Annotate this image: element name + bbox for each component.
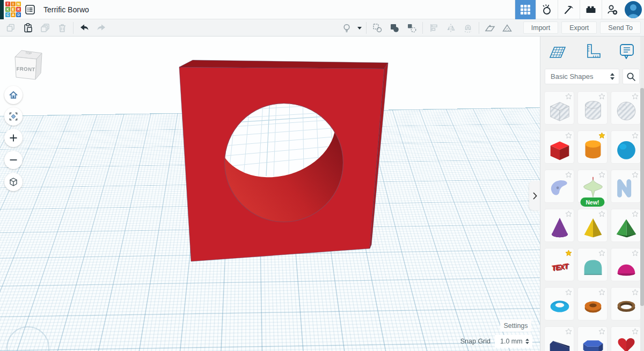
shape-text[interactable]: TEXTTEXT — [544, 248, 574, 281]
ruler-tool-icon — [501, 23, 513, 33]
copy-button[interactable] — [2, 20, 19, 36]
shape-squiggle[interactable] — [611, 170, 641, 203]
search-button[interactable] — [623, 69, 640, 84]
panel-scrollbar[interactable] — [640, 36, 644, 351]
sim-lab-button[interactable] — [536, 0, 558, 19]
ungroup-all-button[interactable] — [403, 20, 420, 36]
workplane-icon — [548, 43, 567, 61]
shape-box-hole[interactable] — [544, 91, 574, 125]
window-edge-strip — [0, 0, 4, 19]
ungroup-button[interactable] — [386, 20, 403, 36]
shape-torus[interactable] — [544, 287, 574, 320]
import-button[interactable]: Import — [523, 21, 558, 34]
design-title[interactable]: Terrific Borwo — [43, 5, 89, 14]
send-to-button[interactable]: Send To — [600, 21, 641, 34]
logo-tile: T — [5, 2, 10, 6]
logo-tile: R — [16, 7, 21, 12]
export-button[interactable]: Export — [561, 21, 597, 34]
redo-button[interactable] — [93, 20, 110, 36]
shape-cone[interactable] — [544, 209, 574, 242]
shape-category-select[interactable]: Basic Shapes — [545, 69, 619, 84]
snap-grid-select[interactable]: 1.0 mm — [495, 335, 532, 348]
notes-button[interactable] — [617, 42, 636, 62]
undo-button[interactable] — [76, 20, 93, 36]
viewcube-top-label: TOP — [25, 51, 32, 55]
shape-round-roof[interactable] — [577, 248, 608, 281]
shape-sphere[interactable] — [611, 130, 641, 164]
shape-paraboloid[interactable] — [611, 248, 641, 281]
duplicate-icon — [40, 23, 50, 33]
red-box-shape[interactable] — [179, 60, 388, 261]
design-gallery-button[interactable] — [515, 0, 536, 19]
align-button[interactable] — [425, 20, 442, 36]
logo-tile: K — [5, 7, 10, 12]
mirror-button[interactable] — [442, 20, 459, 36]
undo-icon — [78, 23, 90, 33]
copy-icon — [5, 23, 16, 33]
scrollbar-thumb[interactable] — [640, 88, 644, 306]
shape-polygon[interactable] — [577, 326, 608, 351]
panel-collapse-tab[interactable] — [529, 181, 540, 210]
delete-button[interactable] — [54, 20, 71, 36]
redo-icon — [96, 23, 107, 33]
fit-view-button[interactable] — [4, 107, 23, 126]
ruler-icon — [583, 42, 602, 62]
home-view-button[interactable] — [4, 86, 23, 104]
tinkercad-logo-icon[interactable]: TINKERCAD — [5, 2, 21, 17]
shape-scribble[interactable] — [544, 170, 574, 203]
up-down-caret-icon — [610, 73, 614, 80]
perspective-toggle-button[interactable] — [4, 173, 23, 191]
group-button[interactable] — [369, 20, 386, 36]
shape-pyramid[interactable] — [577, 209, 608, 242]
paste-button[interactable] — [19, 20, 36, 36]
sim-lab-icon — [540, 3, 553, 16]
user-avatar-icon — [624, 1, 642, 19]
design-grid-icon — [520, 4, 531, 15]
view-cube[interactable]: TOP FRONT — [10, 46, 44, 84]
bricks-export-button[interactable] — [580, 0, 602, 19]
workplane-tool-button[interactable] — [481, 20, 499, 36]
invite-button[interactable] — [602, 0, 623, 19]
up-down-caret-icon — [525, 339, 529, 344]
workplane-helper-button[interactable] — [548, 42, 567, 62]
shape-box[interactable] — [544, 130, 574, 164]
home-icon — [8, 90, 19, 100]
new-badge: New! — [580, 198, 604, 207]
group-icon — [372, 23, 383, 33]
settings-button[interactable]: Settings — [500, 319, 531, 332]
zoom-in-button[interactable] — [4, 129, 23, 147]
show-hide-dropdown[interactable] — [355, 20, 364, 36]
logo-tile: I — [11, 2, 16, 6]
show-hide-button[interactable] — [338, 20, 355, 36]
viewcube-front-label: FRONT — [16, 65, 35, 72]
snap-button[interactable] — [459, 20, 477, 36]
workplane-tool-icon — [484, 23, 496, 33]
shape-top[interactable]: New! — [577, 170, 608, 203]
align-icon — [428, 23, 439, 33]
ruler-helper-button[interactable] — [583, 42, 602, 62]
shape-sphere-hole[interactable] — [611, 91, 641, 125]
shape-wedge[interactable] — [544, 326, 574, 351]
shape-roof[interactable] — [611, 209, 641, 242]
design-properties-button[interactable] — [21, 0, 39, 19]
paste-icon — [23, 23, 33, 33]
mirror-icon — [445, 23, 456, 33]
3d-viewport[interactable]: TOP FRONT — [0, 36, 540, 351]
user-avatar[interactable] — [623, 0, 644, 19]
shape-cylinder[interactable] — [577, 130, 608, 164]
shape-heart[interactable] — [611, 326, 641, 351]
fit-view-icon — [8, 111, 19, 122]
zoom-out-button[interactable] — [4, 151, 23, 169]
logo-tile: C — [5, 12, 10, 17]
shape-cylinder-hole[interactable] — [577, 91, 608, 125]
blocks-export-button[interactable] — [558, 0, 580, 19]
ungroup-all-icon — [406, 23, 417, 33]
shape-tube[interactable] — [611, 287, 641, 320]
shape-torus-thick[interactable] — [577, 287, 608, 320]
invite-person-icon — [606, 3, 619, 16]
ungroup-icon — [389, 23, 400, 33]
duplicate-button[interactable] — [36, 20, 54, 36]
plus-icon — [9, 134, 18, 142]
light-bulb-icon — [341, 23, 352, 33]
ruler-tool-button[interactable] — [499, 20, 516, 36]
